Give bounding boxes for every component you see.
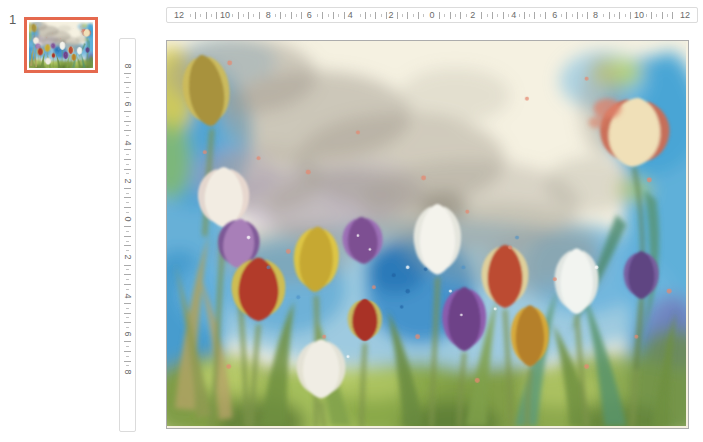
v-ruler-label: 2	[123, 175, 133, 187]
v-ruler-label: 4	[123, 137, 133, 149]
v-ruler-label: 6	[123, 98, 133, 110]
v-ruler-label: 4	[123, 290, 133, 302]
h-ruler-label: 10	[218, 9, 232, 21]
h-ruler-label: 12	[172, 9, 186, 21]
slide-picture[interactable]	[167, 41, 686, 426]
horizontal-ruler[interactable]: 12 10 8 6 4 2 0 2 4 6 8 10 12	[166, 7, 698, 23]
slide-canvas[interactable]	[166, 40, 689, 429]
h-ruler-label: 4	[346, 9, 355, 21]
h-ruler-label: 2	[387, 9, 396, 21]
h-ruler-label: 8	[264, 9, 273, 21]
v-ruler-label: 8	[123, 60, 133, 72]
h-ruler-label: 4	[509, 9, 518, 21]
slide-1-thumbnail[interactable]	[24, 17, 98, 73]
h-ruler-label: 12	[678, 9, 692, 21]
h-ruler-label: 2	[468, 9, 477, 21]
slide-thumbnail-panel: 1	[0, 0, 118, 442]
h-ruler-label: 6	[305, 9, 314, 21]
v-ruler-label: 8	[123, 366, 133, 378]
h-ruler-label: 0	[427, 9, 436, 21]
v-ruler-label: 0	[123, 213, 133, 225]
h-ruler-label: 6	[550, 9, 559, 21]
v-ruler-label: 6	[123, 328, 133, 340]
slide-1-thumbnail-image	[29, 22, 93, 68]
vertical-ruler[interactable]: 8 6 4 2 0 2 4 6 8	[119, 38, 136, 432]
slide-number-label: 1	[9, 12, 16, 27]
v-ruler-label: 2	[123, 251, 133, 263]
h-ruler-label: 8	[591, 9, 600, 21]
h-ruler-label: 10	[632, 9, 646, 21]
